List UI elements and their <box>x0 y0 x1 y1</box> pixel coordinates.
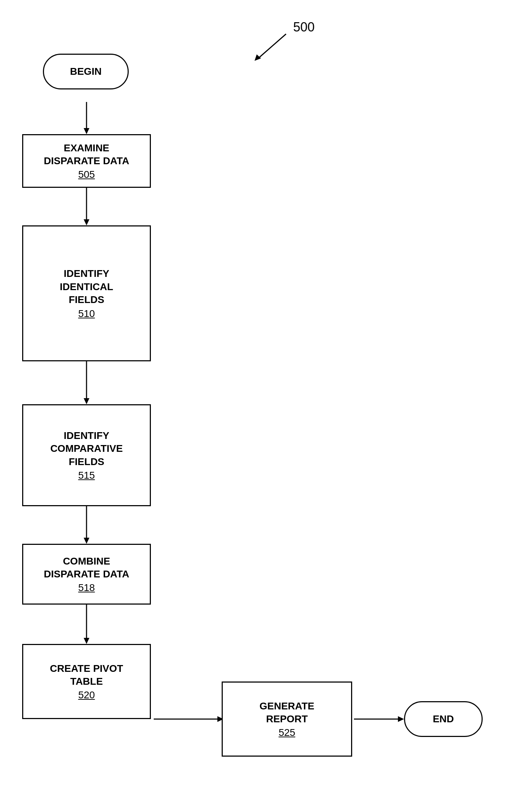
end-terminal: END <box>404 701 483 737</box>
svg-marker-13 <box>398 716 404 722</box>
combine-label: COMBINEDISPARATE DATA <box>44 555 129 581</box>
svg-marker-7 <box>84 538 89 544</box>
identify-identical-box: IDENTIFYIDENTICALFIELDS 510 <box>22 225 151 361</box>
create-pivot-number: 520 <box>78 689 95 701</box>
svg-marker-9 <box>84 638 89 644</box>
combine-box: COMBINEDISPARATE DATA 518 <box>22 544 151 605</box>
begin-terminal: BEGIN <box>43 54 129 89</box>
examine-box: EXAMINEDISPARATE DATA 505 <box>22 134 151 188</box>
svg-marker-5 <box>84 398 89 404</box>
identify-comparative-number: 515 <box>78 470 95 481</box>
svg-marker-1 <box>84 128 89 134</box>
create-pivot-box: CREATE PIVOTTABLE 520 <box>22 644 151 719</box>
generate-report-label: GENERATEREPORT <box>260 700 315 726</box>
identify-comparative-label: IDENTIFYCOMPARATIVEFIELDS <box>50 429 123 468</box>
create-pivot-label: CREATE PIVOTTABLE <box>50 662 123 688</box>
generate-report-number: 525 <box>279 727 295 738</box>
ref-number-500: 500 <box>293 20 315 35</box>
combine-number: 518 <box>78 582 95 593</box>
identify-identical-label: IDENTIFYIDENTICALFIELDS <box>60 267 113 306</box>
end-label: END <box>433 713 454 725</box>
svg-marker-15 <box>255 54 261 61</box>
generate-report-box: GENERATEREPORT 525 <box>222 682 352 757</box>
examine-label: EXAMINEDISPARATE DATA <box>44 142 129 168</box>
begin-label: BEGIN <box>70 66 102 77</box>
identify-identical-number: 510 <box>78 308 95 319</box>
svg-line-14 <box>257 34 286 59</box>
svg-marker-3 <box>84 219 89 225</box>
identify-comparative-box: IDENTIFYCOMPARATIVEFIELDS 515 <box>22 404 151 506</box>
examine-number: 505 <box>78 169 95 180</box>
